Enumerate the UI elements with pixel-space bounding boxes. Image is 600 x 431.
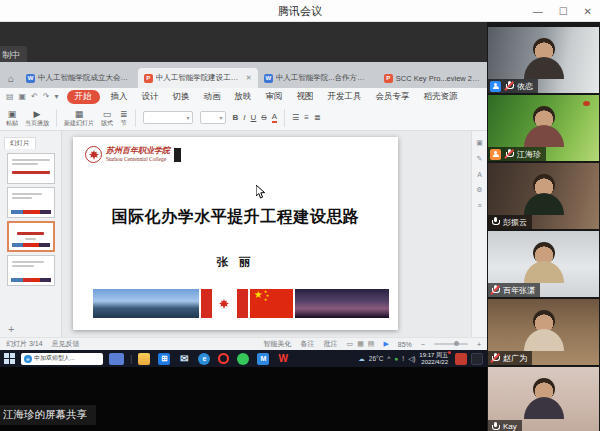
align-left-icon[interactable]: ≡ <box>304 113 309 122</box>
menu-resources[interactable]: 稻壳资源 <box>421 90 461 104</box>
italic-button[interactable]: I <box>243 113 245 122</box>
mouse-cursor <box>256 185 266 203</box>
zoom-in-icon[interactable]: + <box>477 341 481 348</box>
font-size-select[interactable]: ▾ <box>200 111 226 124</box>
participant-tile[interactable]: 彭振云 <box>488 163 599 229</box>
participant-tile[interactable]: 百年张潇 <box>488 231 599 297</box>
zoom-out-icon[interactable]: − <box>421 341 425 348</box>
align-center-icon[interactable]: ≣ <box>314 113 321 122</box>
underline-button[interactable]: U <box>251 113 257 122</box>
tray-expand-icon[interactable]: ^ <box>387 355 390 362</box>
slide-thumbnail-1[interactable] <box>7 153 55 184</box>
screen-share-caption: 江海珍的屏幕共享 <box>0 405 96 425</box>
menu-home[interactable]: 开始 <box>67 90 100 104</box>
tray-app-icon[interactable] <box>471 353 483 365</box>
participant-nameplate: 赵广为 <box>488 351 532 365</box>
add-slide-button[interactable]: + <box>8 323 14 335</box>
mail-icon[interactable]: ✉ <box>178 353 190 365</box>
wechat-icon[interactable] <box>237 353 249 365</box>
slide-thumbnail-2[interactable] <box>7 187 55 218</box>
normal-view-icon[interactable]: ▭ <box>347 340 354 348</box>
meeting-app-icon[interactable]: M <box>257 353 269 365</box>
file-menu-icon[interactable]: ▤ <box>6 92 14 101</box>
wps-status-bar: 幻灯片 3/14 意见反馈 智能美化 备注 批注 ▭ ▦ ▤ ▶ 85% − + <box>0 337 487 350</box>
menu-animation[interactable]: 动画 <box>201 90 224 104</box>
comments-button[interactable]: 批注 <box>324 339 338 349</box>
participant-tile[interactable]: Kay <box>488 367 599 431</box>
reading-view-icon[interactable]: ▤ <box>368 340 375 348</box>
menu-view[interactable]: 视图 <box>294 90 317 104</box>
ladybug-decoration <box>583 101 590 106</box>
slide-thumbnail-panel: 幻灯片 + <box>0 131 62 337</box>
slide-thumbnail-3-selected[interactable] <box>7 221 55 252</box>
sorter-view-icon[interactable]: ▦ <box>357 340 364 348</box>
bold-button[interactable]: B <box>233 113 239 122</box>
properties-icon[interactable]: ▣ <box>476 139 483 147</box>
new-slide-icon: ▦ <box>75 110 84 119</box>
menu-member[interactable]: 会员专享 <box>373 90 413 104</box>
participant-tile[interactable]: 赵广为 <box>488 299 599 365</box>
maximize-button[interactable]: ☐ <box>559 6 568 17</box>
store-icon[interactable]: ⊞ <box>158 353 170 365</box>
mic-icon <box>490 217 500 227</box>
menu-devtools[interactable]: 开发工具 <box>325 90 365 104</box>
edge-browser-icon[interactable]: e <box>198 353 210 365</box>
save-icon[interactable]: ▣ <box>19 92 27 101</box>
redo-icon[interactable]: ↷ <box>43 92 50 101</box>
beautify-button[interactable]: 智能美化 <box>264 339 292 349</box>
close-button[interactable]: ✕ <box>584 6 592 17</box>
undo-icon[interactable]: ↶ <box>31 92 38 101</box>
toronto-skyline-image <box>93 289 199 318</box>
menu-insert[interactable]: 插入 <box>108 90 131 104</box>
font-color-button[interactable]: A <box>272 112 277 123</box>
strikethrough-button[interactable]: S <box>261 113 266 122</box>
search-highlight-badge[interactable] <box>109 353 124 365</box>
browser-ring-icon[interactable] <box>218 353 229 364</box>
list-icon[interactable]: ≡ <box>477 202 481 209</box>
slideshow-play-icon[interactable]: ▶ <box>383 340 388 348</box>
settings-icon[interactable]: ⚙ <box>476 186 482 194</box>
edit-icon[interactable]: ✎ <box>477 155 483 163</box>
screen-share-view: 制中 ⌂ W 中人工智能学院成立大会记录 P 中人工智能学院建设工作会议 ✕ W… <box>0 22 487 431</box>
wps-doc-tab-2-active[interactable]: P 中人工智能学院建设工作会议 ✕ <box>138 68 258 88</box>
date: 2022/4/22 <box>419 359 448 366</box>
layout-button[interactable]: ▭ 版式 <box>101 110 113 126</box>
slides-panel-tab[interactable]: 幻灯片 <box>4 137 36 149</box>
text-tool-icon[interactable]: A <box>477 171 482 178</box>
paste-button[interactable]: ▣ 粘贴 <box>6 110 18 126</box>
weather-temp[interactable]: 26°C <box>369 355 384 362</box>
zoom-slider[interactable] <box>434 343 468 345</box>
play-from-page-button[interactable]: ▶ 当页播放 <box>25 110 49 126</box>
notification-app-icon[interactable] <box>455 353 467 365</box>
start-button[interactable] <box>4 353 15 364</box>
wps-app-icon[interactable]: W <box>277 353 289 365</box>
menu-review[interactable]: 审阅 <box>263 90 286 104</box>
menu-transition[interactable]: 切换 <box>170 90 193 104</box>
bullet-list-icon[interactable]: ☰ <box>292 113 299 122</box>
tab-close-icon[interactable]: ✕ <box>246 74 252 82</box>
participant-name: 依恋 <box>517 81 533 92</box>
home-icon[interactable]: ⌂ <box>8 73 14 84</box>
slide-thumbnail-4[interactable] <box>7 255 55 286</box>
participant-tile[interactable]: 江海珍 <box>488 95 599 161</box>
menu-design[interactable]: 设计 <box>139 90 162 104</box>
file-explorer-icon[interactable] <box>138 353 150 365</box>
font-family-select[interactable]: ▾ <box>143 111 193 124</box>
new-slide-button[interactable]: ▦ 新建幻灯片 <box>64 110 94 126</box>
wps-presentation-window: ⌂ W 中人工智能学院成立大会记录 P 中人工智能学院建设工作会议 ✕ W 中人… <box>0 62 487 350</box>
minimize-button[interactable]: — <box>533 6 543 17</box>
section-button[interactable]: ≣ 节 <box>120 110 128 126</box>
wps-menu-bar: ▤ ▣ ↶ ↷ ▾ 开始 插入 设计 切换 动画 放映 审阅 视图 开发工具 会… <box>0 88 487 105</box>
participant-tile[interactable]: 依恋 <box>488 27 599 93</box>
wps-doc-tab-1[interactable]: W 中人工智能学院成立大会记录 <box>20 68 138 88</box>
wps-doc-tab-4[interactable]: P SCC Key Pro...eview 2022 <box>378 68 487 88</box>
dropdown-icon[interactable]: ▾ <box>55 92 59 101</box>
taskbar-clock[interactable]: 19:17 周五 2022/4/22 <box>419 352 451 366</box>
menu-slideshow[interactable]: 放映 <box>232 90 255 104</box>
time: 19:17 周五 <box>419 352 448 359</box>
volume-icon[interactable]: ◁) <box>408 355 415 363</box>
wps-doc-tab-3[interactable]: W 中人工智能学院...合作方案 - V2 <box>258 68 378 88</box>
feedback-link[interactable]: 意见反馈 <box>52 339 80 349</box>
notes-button[interactable]: 备注 <box>301 339 315 349</box>
taskbar-search-box[interactable]: e 中加双师型人... <box>21 353 103 365</box>
